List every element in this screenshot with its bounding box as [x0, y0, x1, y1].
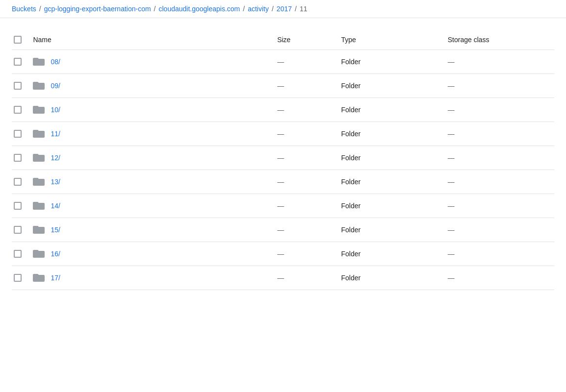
folder-link[interactable]: 15/: [51, 226, 60, 234]
row-storage-cell: —: [448, 74, 554, 98]
row-checkbox-cell: [12, 242, 33, 266]
row-size-cell: —: [277, 74, 341, 98]
folder-icon: [33, 273, 45, 283]
table-row: 08/—Folder—: [12, 50, 554, 74]
row-size-cell: —: [277, 50, 341, 74]
files-table: Name Size Type Storage class 08/—Folder—…: [12, 30, 554, 290]
table-row: 14/—Folder—: [12, 194, 554, 218]
row-size-cell: —: [277, 194, 341, 218]
row-type-cell: Folder: [341, 146, 447, 170]
row-checkbox[interactable]: [14, 154, 22, 162]
row-checkbox[interactable]: [14, 274, 22, 282]
row-size-cell: —: [277, 266, 341, 290]
folder-link[interactable]: 12/: [51, 154, 60, 162]
row-storage-cell: —: [448, 218, 554, 242]
row-storage-cell: —: [448, 242, 554, 266]
breadcrumb-sep-3: /: [272, 5, 274, 13]
row-size-cell: —: [277, 122, 341, 146]
size-header: Size: [277, 30, 341, 50]
row-name-cell: 14/: [33, 194, 277, 218]
row-storage-cell: —: [448, 50, 554, 74]
folder-link[interactable]: 16/: [51, 250, 60, 258]
row-type-cell: Folder: [341, 98, 447, 122]
breadcrumb-activity[interactable]: activity: [248, 5, 269, 13]
breadcrumb-sep-4: /: [295, 5, 297, 13]
folder-icon: [33, 57, 45, 67]
row-type-cell: Folder: [341, 122, 447, 146]
breadcrumb-2017[interactable]: 2017: [277, 5, 292, 13]
breadcrumb-bucket-name[interactable]: gcp-logging-export-baernation-com: [44, 5, 151, 13]
breadcrumb-sep-2: /: [243, 5, 245, 13]
row-type-cell: Folder: [341, 170, 447, 194]
row-checkbox[interactable]: [14, 58, 22, 66]
row-checkbox[interactable]: [14, 178, 22, 186]
row-size-cell: —: [277, 218, 341, 242]
breadcrumb-cloudaudit[interactable]: cloudaudit.googleapis.com: [159, 5, 240, 13]
row-storage-cell: —: [448, 170, 554, 194]
folder-icon: [33, 153, 45, 163]
breadcrumb: Buckets / gcp-logging-export-baernation-…: [0, 0, 566, 18]
table-row: 11/—Folder—: [12, 122, 554, 146]
folder-icon: [33, 225, 45, 235]
row-storage-cell: —: [448, 98, 554, 122]
row-checkbox[interactable]: [14, 82, 22, 90]
row-size-cell: —: [277, 170, 341, 194]
row-checkbox[interactable]: [14, 226, 22, 234]
table-row: 13/—Folder—: [12, 170, 554, 194]
row-name-cell: 17/: [33, 266, 277, 290]
row-name-cell: 11/: [33, 122, 277, 146]
row-name-cell: 10/: [33, 98, 277, 122]
type-header: Type: [341, 30, 447, 50]
folder-link[interactable]: 13/: [51, 178, 60, 186]
row-checkbox-cell: [12, 98, 33, 122]
row-checkbox-cell: [12, 194, 33, 218]
row-name-cell: 12/: [33, 146, 277, 170]
select-all-checkbox[interactable]: [14, 36, 22, 44]
breadcrumb-current: 11: [300, 5, 308, 13]
table-row: 15/—Folder—: [12, 218, 554, 242]
folder-link[interactable]: 11/: [51, 130, 60, 138]
folder-icon: [33, 201, 45, 211]
row-storage-cell: —: [448, 266, 554, 290]
row-type-cell: Folder: [341, 266, 447, 290]
row-name-cell: 15/: [33, 218, 277, 242]
table-row: 12/—Folder—: [12, 146, 554, 170]
folder-link[interactable]: 10/: [51, 106, 60, 114]
row-name-cell: 13/: [33, 170, 277, 194]
row-type-cell: Folder: [341, 50, 447, 74]
row-name-cell: 08/: [33, 50, 277, 74]
row-size-cell: —: [277, 242, 341, 266]
row-checkbox-cell: [12, 146, 33, 170]
table-header-row: Name Size Type Storage class: [12, 30, 554, 50]
breadcrumb-buckets[interactable]: Buckets: [12, 5, 36, 13]
row-checkbox-cell: [12, 218, 33, 242]
folder-link[interactable]: 09/: [51, 82, 60, 90]
folder-icon: [33, 105, 45, 115]
row-checkbox[interactable]: [14, 250, 22, 258]
table-row: 10/—Folder—: [12, 98, 554, 122]
file-browser: Name Size Type Storage class 08/—Folder—…: [0, 18, 566, 290]
table-row: 16/—Folder—: [12, 242, 554, 266]
row-storage-cell: —: [448, 122, 554, 146]
row-checkbox-cell: [12, 50, 33, 74]
folder-link[interactable]: 08/: [51, 58, 60, 66]
breadcrumb-sep-0: /: [39, 5, 41, 13]
folder-link[interactable]: 17/: [51, 274, 60, 282]
row-checkbox[interactable]: [14, 106, 22, 114]
row-storage-cell: —: [448, 146, 554, 170]
table-row: 09/—Folder—: [12, 74, 554, 98]
row-checkbox[interactable]: [14, 202, 22, 210]
row-checkbox-cell: [12, 170, 33, 194]
name-header: Name: [33, 30, 277, 50]
row-type-cell: Folder: [341, 194, 447, 218]
row-name-cell: 16/: [33, 242, 277, 266]
row-name-cell: 09/: [33, 74, 277, 98]
folder-link[interactable]: 14/: [51, 202, 60, 210]
storage-class-header: Storage class: [448, 30, 554, 50]
breadcrumb-sep-1: /: [154, 5, 156, 13]
row-type-cell: Folder: [341, 74, 447, 98]
row-checkbox-cell: [12, 74, 33, 98]
row-checkbox[interactable]: [14, 130, 22, 138]
folder-icon: [33, 177, 45, 187]
row-size-cell: —: [277, 146, 341, 170]
